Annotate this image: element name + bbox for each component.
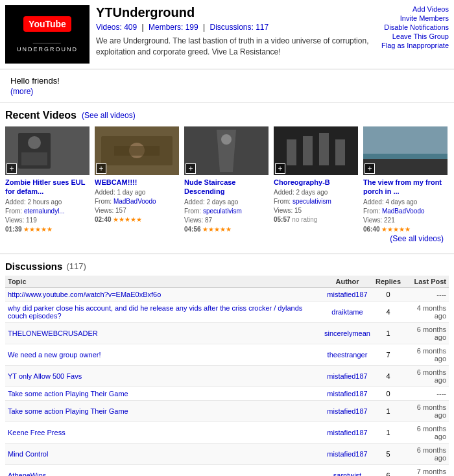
disc-author-cell: mistafied187 bbox=[322, 443, 373, 464]
disc-author-cell: mistafied187 bbox=[322, 400, 373, 422]
disc-topic-link[interactable]: why did parker close his account, and di… bbox=[8, 304, 302, 320]
disc-author-link[interactable]: mistafied187 bbox=[327, 291, 367, 298]
svg-rect-7 bbox=[114, 146, 160, 156]
disc-author-cell: mistafied187 bbox=[322, 365, 373, 387]
video-item-3: + Nude Staircase Descending Added: 2 day… bbox=[184, 126, 269, 234]
disc-topic-link[interactable]: http://www.youtube.com/watch?v=EMaE0xBxf… bbox=[8, 291, 161, 298]
add-to-queue-4[interactable]: + bbox=[275, 163, 285, 174]
disc-author-cell: mistafied187 bbox=[322, 287, 373, 301]
group-description: We are Underground. The last bastion of … bbox=[96, 36, 388, 58]
disc-topic-link[interactable]: AtheneWins bbox=[8, 471, 46, 476]
add-to-queue-2[interactable]: + bbox=[96, 163, 106, 174]
video-views-3: Views: 87 bbox=[184, 217, 212, 224]
svg-rect-11 bbox=[274, 126, 358, 175]
leave-group-link[interactable]: Leave This Group bbox=[381, 32, 449, 40]
svg-rect-13 bbox=[303, 136, 313, 165]
members-count-link[interactable]: Members: 199 bbox=[149, 23, 198, 32]
video-meta-1: Added: 2 hours ago From: eternalundyl...… bbox=[5, 198, 90, 234]
welcome-section: Hello friends! (more) bbox=[0, 69, 454, 103]
video-author-5[interactable]: MadBadVoodo bbox=[382, 208, 425, 215]
disc-author-link[interactable]: sarntwist bbox=[333, 471, 361, 476]
video-author-1[interactable]: eternalundyl... bbox=[24, 208, 65, 215]
flag-link[interactable]: Flag as Inappropriate bbox=[381, 42, 449, 49]
welcome-greeting: Hello friends! bbox=[10, 76, 444, 86]
disc-author-cell: theestranger bbox=[322, 344, 373, 365]
discussions-section: Discussions (117) Topic Author Replies L… bbox=[0, 254, 454, 476]
col-replies: Replies bbox=[373, 276, 403, 288]
video-title-5[interactable]: The view from my front porch in ... bbox=[363, 178, 448, 196]
disc-replies-cell: 1 bbox=[373, 400, 403, 422]
disc-author-link[interactable]: mistafied187 bbox=[327, 390, 367, 398]
disc-topic-cell: Keene Free Press bbox=[5, 422, 322, 443]
video-title-1[interactable]: Zombie Hitler sues EUL for defam... bbox=[5, 178, 90, 196]
disc-author-link[interactable]: mistafied187 bbox=[327, 372, 367, 380]
disc-topic-cell: http://www.youtube.com/watch?v=EMaE0xBxf… bbox=[5, 287, 322, 301]
discussions-header: Discussions (117) bbox=[5, 257, 449, 272]
disc-author-link[interactable]: mistafied187 bbox=[327, 450, 367, 458]
video-added-2: Added: 1 day ago bbox=[95, 189, 145, 196]
disc-topic-link[interactable]: Take some action Playing Their Game bbox=[8, 407, 128, 415]
video-duration-5: 06:40 bbox=[363, 226, 380, 233]
video-item-2: + WEBCAM!!!! Added: 1 day ago From: MadB… bbox=[95, 126, 179, 234]
video-author-2[interactable]: MadBadVoodo bbox=[114, 198, 156, 205]
disc-replies-cell: 1 bbox=[373, 422, 403, 443]
disc-last-post-cell: 6 months ago bbox=[403, 365, 449, 387]
disc-topic-link[interactable]: Mind Control bbox=[8, 450, 48, 458]
disc-topic-link[interactable]: We need a new group owner! bbox=[8, 351, 101, 359]
disc-author-link[interactable]: draiktame bbox=[331, 308, 363, 316]
disc-topic-cell: YT only Allow 500 Favs bbox=[5, 365, 322, 387]
disc-topic-link[interactable]: Take some action Playing Their Game bbox=[8, 390, 128, 398]
video-author-3[interactable]: speculativism bbox=[203, 208, 242, 215]
disc-author-link[interactable]: theestranger bbox=[328, 351, 368, 359]
disc-last-post-cell: 6 months ago bbox=[403, 400, 449, 422]
video-title-2[interactable]: WEBCAM!!!! bbox=[95, 178, 179, 187]
see-all-videos-top-link[interactable]: (See all videos) bbox=[82, 111, 136, 120]
col-author: Author bbox=[322, 276, 373, 288]
underground-label: UNDERGROUND bbox=[17, 46, 78, 53]
disc-topic-link[interactable]: THELONEWEBCRUSADER bbox=[8, 329, 98, 337]
svg-rect-18 bbox=[363, 126, 448, 154]
disc-replies-cell: 0 bbox=[373, 387, 403, 400]
disable-notifications-link[interactable]: Disable Notifications bbox=[381, 23, 449, 31]
video-item-4: + Choreography-B Added: 2 days ago From:… bbox=[274, 126, 358, 234]
video-duration-1: 01:39 bbox=[5, 226, 22, 233]
add-to-queue-3[interactable]: + bbox=[185, 163, 196, 174]
video-item-5: + The view from my front porch in ... Ad… bbox=[363, 126, 448, 234]
disc-replies-cell: 0 bbox=[373, 287, 403, 301]
videos-count-link[interactable]: Videos: 409 bbox=[96, 23, 137, 32]
video-meta-5: Added: 4 days ago From: MadBadVoodo View… bbox=[363, 198, 448, 234]
more-link[interactable]: (more) bbox=[10, 87, 33, 96]
table-row: Mind Control mistafied187 5 6 months ago bbox=[5, 443, 449, 464]
disc-topic-link[interactable]: YT only Allow 500 Favs bbox=[8, 372, 82, 380]
video-rating-1: ★★★★★ bbox=[23, 226, 53, 233]
svg-rect-15 bbox=[335, 139, 345, 165]
video-title-3[interactable]: Nude Staircase Descending bbox=[184, 178, 269, 196]
add-videos-link[interactable]: Add Videos bbox=[381, 5, 449, 13]
disc-topic-cell: why did parker close his account, and di… bbox=[5, 301, 322, 322]
disc-author-link[interactable]: mistafied187 bbox=[327, 407, 367, 415]
add-to-queue-1[interactable]: + bbox=[6, 163, 17, 174]
add-to-queue-5[interactable]: + bbox=[364, 163, 375, 174]
see-all-bottom: (See all videos) bbox=[5, 234, 449, 247]
disc-author-link[interactable]: mistafied187 bbox=[327, 429, 367, 436]
video-views-1: Views: 119 bbox=[5, 217, 37, 224]
disc-topic-cell: THELONEWEBCRUSADER bbox=[5, 322, 322, 344]
table-row: Take some action Playing Their Game mist… bbox=[5, 400, 449, 422]
svg-rect-14 bbox=[319, 133, 329, 165]
youtube-logo: YouTube bbox=[23, 16, 71, 32]
discussions-count-link[interactable]: Discussions: 117 bbox=[210, 23, 269, 32]
video-rating-2: ★★★★★ bbox=[113, 216, 142, 223]
invite-members-link[interactable]: Invite Members bbox=[381, 14, 449, 22]
disc-author-link[interactable]: sincerelymean bbox=[324, 329, 370, 337]
svg-marker-19 bbox=[363, 154, 448, 159]
table-row: We need a new group owner! theestranger … bbox=[5, 344, 449, 365]
disc-topic-cell: Mind Control bbox=[5, 443, 322, 464]
table-row: http://www.youtube.com/watch?v=EMaE0xBxf… bbox=[5, 287, 449, 301]
svg-point-10 bbox=[221, 134, 232, 145]
video-title-4[interactable]: Choreography-B bbox=[274, 178, 358, 187]
see-all-videos-bottom-link[interactable]: (See all videos) bbox=[390, 234, 444, 243]
video-author-4[interactable]: speculativism bbox=[293, 198, 331, 205]
video-meta-2: Added: 1 day ago From: MadBadVoodo Views… bbox=[95, 188, 179, 224]
disc-topic-link[interactable]: Keene Free Press bbox=[8, 429, 66, 436]
svg-rect-12 bbox=[287, 139, 296, 165]
